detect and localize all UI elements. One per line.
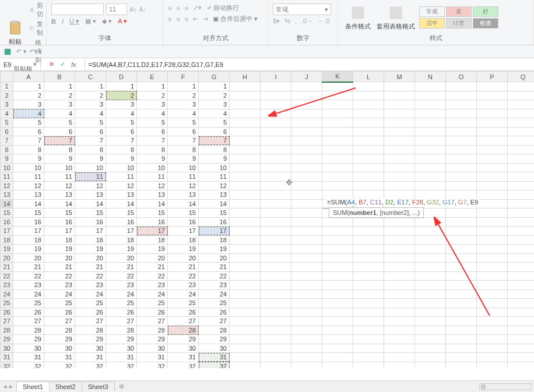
name-box[interactable]: E9▾ — [0, 58, 41, 70]
cell-K26[interactable] — [322, 308, 353, 317]
cell-Q24[interactable] — [508, 289, 535, 299]
cell-J25[interactable] — [291, 299, 322, 308]
cell-K19[interactable] — [322, 245, 353, 254]
cell-G24[interactable]: 24 — [199, 289, 230, 299]
cell-H25[interactable] — [230, 299, 261, 308]
cell-D26[interactable]: 26 — [106, 308, 137, 317]
cell-C31[interactable]: 31 — [75, 353, 106, 362]
cell-L16[interactable] — [353, 217, 384, 227]
cell-M23[interactable] — [384, 281, 415, 290]
row-header-10[interactable]: 10 — [1, 163, 13, 172]
cell-C20[interactable]: 20 — [75, 253, 106, 263]
cell-Q7[interactable] — [508, 136, 535, 146]
sheet-tab-1[interactable]: Sheet1 — [16, 382, 50, 391]
cell-B2[interactable]: 2 — [44, 91, 75, 100]
cell-F12[interactable]: 12 — [168, 181, 199, 190]
cell-C27[interactable]: 27 — [75, 317, 106, 326]
cell-D9[interactable]: 9 — [106, 154, 137, 164]
cell-Q21[interactable] — [508, 263, 535, 272]
cell-F23[interactable]: 23 — [168, 281, 199, 290]
cell-B25[interactable]: 25 — [44, 299, 75, 308]
cell-Q14[interactable] — [508, 199, 535, 209]
cell-L2[interactable] — [353, 91, 384, 100]
cell-M13[interactable] — [384, 190, 415, 200]
cell-J22[interactable] — [291, 271, 322, 281]
paste-button[interactable]: 粘贴 — [5, 20, 26, 46]
cell-F7[interactable]: 7 — [168, 136, 199, 146]
align-middle-icon[interactable]: ≡ — [176, 5, 180, 12]
cell-N31[interactable] — [415, 353, 446, 362]
cell-D24[interactable]: 24 — [106, 289, 137, 299]
cell-H2[interactable] — [230, 91, 261, 100]
cell-E32[interactable]: 32 — [137, 362, 168, 368]
cell-H13[interactable] — [230, 190, 261, 200]
cell-P6[interactable] — [477, 127, 508, 136]
cell-I29[interactable] — [261, 335, 291, 344]
cell-C5[interactable]: 5 — [75, 118, 106, 128]
cell-D17[interactable]: 17 — [106, 227, 137, 236]
cell-Q29[interactable] — [508, 335, 535, 344]
cell-F4[interactable]: 4 — [168, 109, 199, 118]
cell-A32[interactable]: 32 — [13, 362, 44, 368]
cell-F27[interactable]: 27 — [168, 317, 199, 326]
cell-D25[interactable]: 25 — [106, 299, 137, 308]
cell-I15[interactable] — [261, 209, 291, 218]
cell-Q1[interactable] — [508, 82, 535, 91]
cell-J16[interactable] — [291, 217, 322, 227]
cell-E12[interactable]: 12 — [137, 181, 168, 190]
cell-B8[interactable]: 8 — [44, 145, 75, 154]
row-header-23[interactable]: 23 — [1, 281, 13, 290]
cell-E7[interactable]: 7 — [137, 136, 168, 146]
cell-C26[interactable]: 26 — [75, 308, 106, 317]
cell-B17[interactable]: 17 — [44, 227, 75, 236]
cell-A2[interactable]: 2 — [13, 91, 44, 100]
cell-B1[interactable]: 1 — [44, 82, 75, 91]
cell-M27[interactable] — [384, 317, 415, 326]
cell-F10[interactable]: 10 — [168, 163, 199, 172]
cell-F19[interactable]: 19 — [168, 245, 199, 254]
cell-D2[interactable]: 2 — [106, 91, 137, 100]
cell-D19[interactable]: 19 — [106, 245, 137, 254]
cell-P20[interactable] — [477, 253, 508, 263]
cell-A11[interactable]: 11 — [13, 172, 44, 182]
cell-M20[interactable] — [384, 253, 415, 263]
cell-K1[interactable] — [322, 82, 353, 91]
cell-Q23[interactable] — [508, 281, 535, 290]
cell-H19[interactable] — [230, 245, 261, 254]
cell-A20[interactable]: 20 — [13, 253, 44, 263]
cell-B32[interactable]: 32 — [44, 362, 75, 368]
cell-I21[interactable] — [261, 263, 291, 272]
cell-F3[interactable]: 3 — [168, 100, 199, 110]
cell-J2[interactable] — [291, 91, 322, 100]
cell-O22[interactable] — [446, 271, 477, 281]
cell-O30[interactable] — [446, 344, 477, 353]
cell-P13[interactable] — [477, 190, 508, 200]
cell-L4[interactable] — [353, 109, 384, 118]
cell-I30[interactable] — [261, 344, 291, 353]
cell-D22[interactable]: 22 — [106, 271, 137, 281]
cell-F13[interactable]: 13 — [168, 190, 199, 200]
col-header-Q[interactable]: Q — [508, 72, 535, 82]
save-icon[interactable] — [3, 48, 12, 56]
cell-G9[interactable]: 9 — [199, 154, 230, 164]
cell-G10[interactable]: 10 — [199, 163, 230, 172]
cell-J4[interactable] — [291, 109, 322, 118]
tab-nav-last-icon[interactable]: ▸ — [9, 383, 13, 390]
cell-Q8[interactable] — [508, 145, 535, 154]
cell-B24[interactable]: 24 — [44, 289, 75, 299]
cell-I28[interactable] — [261, 326, 291, 335]
dec-decimal-icon[interactable]: ←.0 — [318, 17, 329, 25]
cell-B12[interactable]: 12 — [44, 181, 75, 190]
cell-J14[interactable] — [291, 199, 322, 209]
row-header-4[interactable]: 4 — [1, 109, 13, 118]
cell-Q18[interactable] — [508, 235, 535, 245]
cell-O25[interactable] — [446, 299, 477, 308]
cell-I18[interactable] — [261, 235, 291, 245]
font-color-button[interactable]: A ▾ — [118, 17, 127, 25]
cell-K9[interactable] — [322, 154, 353, 164]
cell-L26[interactable] — [353, 308, 384, 317]
cell-K4[interactable] — [322, 109, 353, 118]
cell-H7[interactable] — [230, 136, 261, 146]
cell-L18[interactable] — [353, 235, 384, 245]
cell-N7[interactable] — [415, 136, 446, 146]
